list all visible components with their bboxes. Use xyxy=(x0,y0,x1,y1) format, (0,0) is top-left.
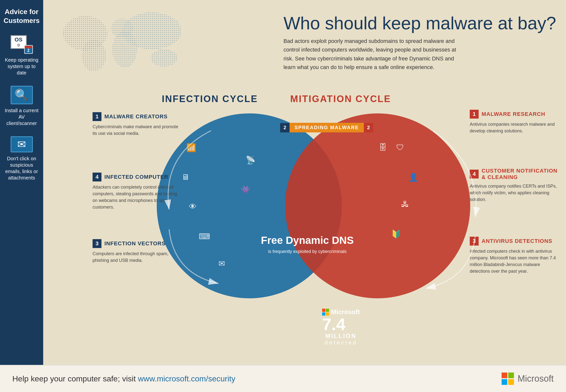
customer-notification-text: Antivirus company notifies CERTs and ISP… xyxy=(470,183,559,203)
infection-vectors-text: Computers are infected through spam, phi… xyxy=(93,250,181,264)
server-icon: 🗄 xyxy=(379,143,387,152)
world-map-icon xyxy=(53,6,189,80)
keyboard-icon: ⌨ xyxy=(199,232,210,241)
person-icon: 👤 xyxy=(409,173,418,182)
malware-creators-text: Cybercriminals make malware and promote … xyxy=(93,124,179,137)
dns-center-text: Free Dynamic DNS is frequently exploited… xyxy=(258,234,357,255)
microsoft-million: MILLION xyxy=(322,333,360,339)
spreading-malware-badge: SPREADING MALWARE xyxy=(290,123,364,132)
malware-creators-box: 1 MALWARE CREATORS Cybercriminals make m… xyxy=(93,112,179,137)
sidebar-av-text: Install a current AV client/scanner xyxy=(4,107,39,126)
mail-icon: ✉ xyxy=(218,259,225,268)
malware-research-num: 1 xyxy=(470,110,479,119)
spreading-num-left: 2 xyxy=(280,123,290,132)
ms-blue-square xyxy=(502,379,507,385)
microsoft-number: 7.4 xyxy=(322,316,360,333)
customer-notification-title: CUSTOMER NOTIFICATION & CLEANING xyxy=(482,168,559,180)
sidebar-os-text: Keep operating system up to date xyxy=(4,57,39,76)
svg-point-2 xyxy=(81,39,106,71)
eye-icon: 👁 xyxy=(189,202,197,211)
malware-creators-num: 1 xyxy=(93,112,101,121)
ms-red-square xyxy=(502,373,507,378)
customer-notification-box: 4 CUSTOMER NOTIFICATION & CLEANING Antiv… xyxy=(470,168,559,203)
footer-microsoft-name: Microsoft xyxy=(518,374,554,384)
header-description: Bad actors exploit poorly managed subdom… xyxy=(283,33,456,71)
infected-computer-text: Attackers can completely control infecte… xyxy=(93,184,181,211)
infected-computer-title: INFECTED COMPUTER xyxy=(104,174,168,180)
ms-green-square xyxy=(508,373,514,378)
ms-yellow-square xyxy=(508,379,514,385)
av-scanner-icon: 🔍 xyxy=(11,86,33,104)
infection-vectors-box: 3 INFECTION VECTORS Computers are infect… xyxy=(93,239,181,264)
page-title: Who should keep malware at bay? xyxy=(283,14,556,33)
malware-research-text: Antivirus companies research malware and… xyxy=(470,121,559,134)
svg-point-5 xyxy=(122,12,181,49)
venn-diagram: 📶 🖥 👁 ⌨ ✉ 📡 👾 🛡 👤 🖧 🔰 🗄 2 SPREADING MALW… xyxy=(149,106,495,340)
malware-research-box: 1 MALWARE RESEARCH Antivirus companies r… xyxy=(470,110,559,134)
malware-research-title: MALWARE RESEARCH xyxy=(482,111,545,117)
shield2-icon: 🔰 xyxy=(391,229,401,239)
antivirus-detections-num: 3 xyxy=(470,237,479,246)
antivirus-detections-text: Infected computers check in with antivir… xyxy=(470,248,559,275)
infected-computer-num: 4 xyxy=(93,173,101,181)
sidebar-title: Advice for Customers xyxy=(3,7,39,25)
ghost-icon: 👾 xyxy=(241,185,251,194)
microsoft-detected-text: detected xyxy=(322,339,360,346)
email-warning-icon: ✉ xyxy=(11,136,33,152)
monitor-bug-icon: 🖥 xyxy=(181,173,189,182)
signal-icon: 📡 xyxy=(246,155,255,165)
customer-notification-num: 4 xyxy=(470,170,479,178)
infection-vectors-num: 3 xyxy=(93,239,101,248)
sidebar-item-av: 🔍 Install a current AV client/scanner xyxy=(4,86,39,126)
os-update-icon: OS ⚙ 2 xyxy=(11,35,33,54)
microsoft-logo-icon xyxy=(502,373,514,385)
sidebar-item-email: ✉ Don't click on suspicious emails, link… xyxy=(4,136,39,181)
shield-check-icon: 🛡 xyxy=(396,143,404,152)
dns-subtitle: is frequently exploited by cybercriminal… xyxy=(258,249,357,255)
sidebar-item-os: OS ⚙ 2 Keep operating system up to date xyxy=(4,35,39,76)
spreading-num-right: 2 xyxy=(364,123,373,132)
footer: Help keep your computer safe; visit www.… xyxy=(0,365,566,392)
microsoft-detected-area: Microsoft 7.4 MILLION detected xyxy=(322,308,360,346)
infection-vectors-title: INFECTION VECTORS xyxy=(104,240,166,247)
svg-point-6 xyxy=(151,49,178,67)
mitigation-circle xyxy=(285,113,470,298)
sidebar-email-text: Don't click on suspicious emails, links … xyxy=(4,155,39,181)
malware-creators-title: MALWARE CREATORS xyxy=(104,113,168,120)
footer-link[interactable]: www.microsoft.com/security xyxy=(138,374,235,383)
main-content: Who should keep malware at bay? Bad acto… xyxy=(43,0,566,365)
infected-computer-box: 4 INFECTED COMPUTER Attackers can comple… xyxy=(93,173,181,211)
antivirus-detections-box: 3 ANTIVIRUS DETECTIONS Infected computer… xyxy=(470,237,559,275)
footer-text: Help keep your computer safe; visit www.… xyxy=(12,374,235,383)
footer-microsoft: Microsoft xyxy=(502,373,554,385)
antivirus-detections-title: ANTIVIRUS DETECTIONS xyxy=(482,238,552,244)
isp-icon: 🖧 xyxy=(401,200,409,209)
wifi-icon: 📶 xyxy=(186,143,196,152)
mitigation-cycle-label: MITIGATION CYCLE xyxy=(285,94,396,104)
header-section: Who should keep malware at bay? Bad acto… xyxy=(43,0,566,85)
dns-title: Free Dynamic DNS xyxy=(258,234,357,247)
sidebar: Advice for Customers OS ⚙ 2 Keep operati… xyxy=(0,0,43,365)
infection-cycle-label: INFECTION CYCLE xyxy=(154,94,265,104)
